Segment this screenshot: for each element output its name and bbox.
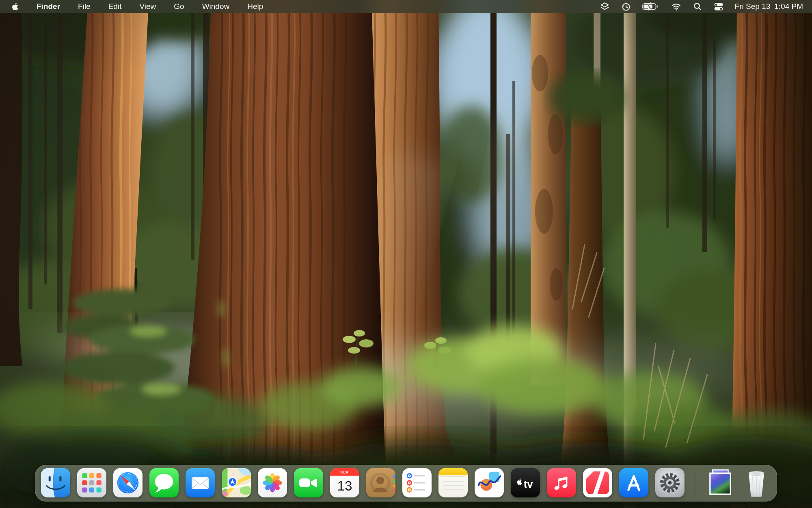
- wallpaper-sequoia-forest: [0, 0, 812, 508]
- time-machine-icon[interactable]: [621, 0, 631, 13]
- dock-item-freeform[interactable]: [475, 468, 504, 497]
- dock-item-contacts[interactable]: [366, 468, 395, 497]
- dock-item-music[interactable]: [547, 468, 576, 497]
- maps-icon: [222, 468, 251, 497]
- music-icon: [547, 468, 576, 497]
- dock-item-calendar[interactable]: SEP 13: [330, 468, 359, 497]
- dock-item-maps[interactable]: [222, 468, 251, 497]
- spotlight-search-icon[interactable]: [693, 0, 702, 13]
- menu-bar: Finder File Edit View Go Window Help: [0, 0, 812, 13]
- dock: SEP 13: [35, 465, 777, 501]
- photo-stack-icon: [706, 468, 735, 497]
- apple-tv-icon: tv: [511, 468, 540, 497]
- control-center-icon[interactable]: [713, 0, 724, 13]
- tv-label: tv: [524, 478, 533, 490]
- dock-item-photo-stack[interactable]: [706, 468, 735, 497]
- menu-item-window[interactable]: Window: [202, 0, 230, 13]
- calendar-day-label: 13: [337, 478, 352, 493]
- battery-charging-icon[interactable]: [642, 0, 660, 13]
- dock-item-facetime[interactable]: [294, 468, 323, 497]
- calendar-icon: SEP 13: [330, 468, 359, 497]
- messages-icon: [149, 468, 179, 497]
- menu-clock-date: Fri Sep 13: [735, 2, 771, 11]
- menu-item-edit[interactable]: Edit: [108, 0, 122, 13]
- system-settings-icon: [655, 468, 685, 497]
- dock-item-mail[interactable]: [186, 468, 215, 497]
- menu-item-go[interactable]: Go: [174, 0, 184, 13]
- dock-item-photos[interactable]: [258, 468, 287, 497]
- dock-item-news[interactable]: [583, 468, 612, 497]
- desktop: Finder File Edit View Go Window Help: [0, 0, 812, 508]
- contacts-icon: [366, 468, 395, 497]
- dock-item-tv[interactable]: tv: [511, 468, 540, 497]
- dock-item-app-store[interactable]: [619, 468, 648, 497]
- trash-icon: [742, 468, 771, 497]
- launchpad-icon: [77, 468, 106, 497]
- dock-item-system-settings[interactable]: [655, 468, 685, 497]
- dock-divider: [695, 471, 695, 496]
- calendar-month-label: SEP: [340, 470, 349, 474]
- menu-app-name[interactable]: Finder: [37, 0, 60, 13]
- dock-item-notes[interactable]: [438, 468, 468, 497]
- dock-item-launchpad[interactable]: [77, 468, 106, 497]
- dock-item-reminders[interactable]: [402, 468, 432, 497]
- menu-clock-time: 1:04 PM: [774, 2, 803, 11]
- reminders-icon: [402, 468, 432, 497]
- facetime-icon: [294, 468, 323, 497]
- safari-icon: [113, 468, 143, 497]
- wifi-icon[interactable]: [671, 0, 682, 13]
- mail-icon: [186, 468, 215, 497]
- photos-icon: [258, 468, 287, 497]
- dock-item-trash[interactable]: [742, 468, 771, 497]
- apple-logo-icon[interactable]: [11, 0, 19, 13]
- freeform-icon: [475, 468, 504, 497]
- dock-item-finder[interactable]: [41, 468, 70, 497]
- menu-item-help[interactable]: Help: [247, 0, 263, 13]
- stack-icon[interactable]: [600, 0, 610, 13]
- notes-icon: [438, 468, 468, 497]
- dock-container: SEP 13: [0, 465, 812, 501]
- menu-item-view[interactable]: View: [139, 0, 156, 13]
- menu-item-file[interactable]: File: [78, 0, 91, 13]
- news-icon: [583, 468, 612, 497]
- app-store-icon: [619, 468, 648, 497]
- dock-item-messages[interactable]: [149, 468, 179, 497]
- menu-clock[interactable]: Fri Sep 13 1:04 PM: [735, 2, 803, 11]
- dock-item-safari[interactable]: [113, 468, 143, 497]
